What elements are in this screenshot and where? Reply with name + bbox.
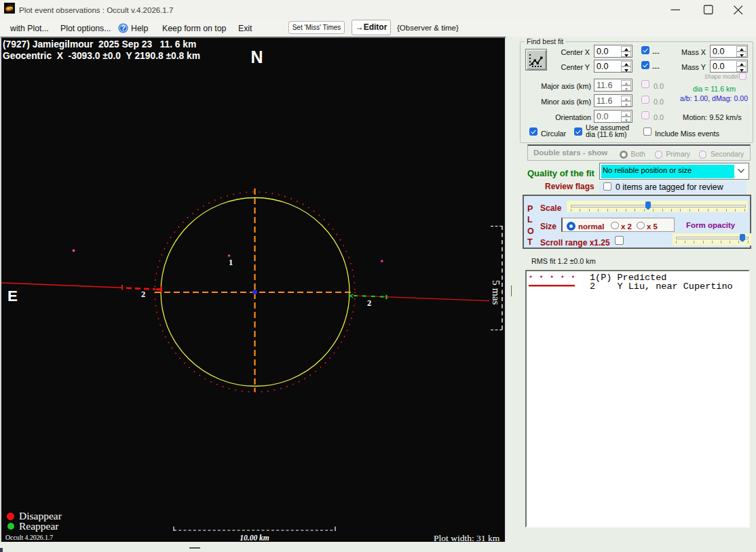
svg-text:?: ? — [121, 24, 125, 32]
